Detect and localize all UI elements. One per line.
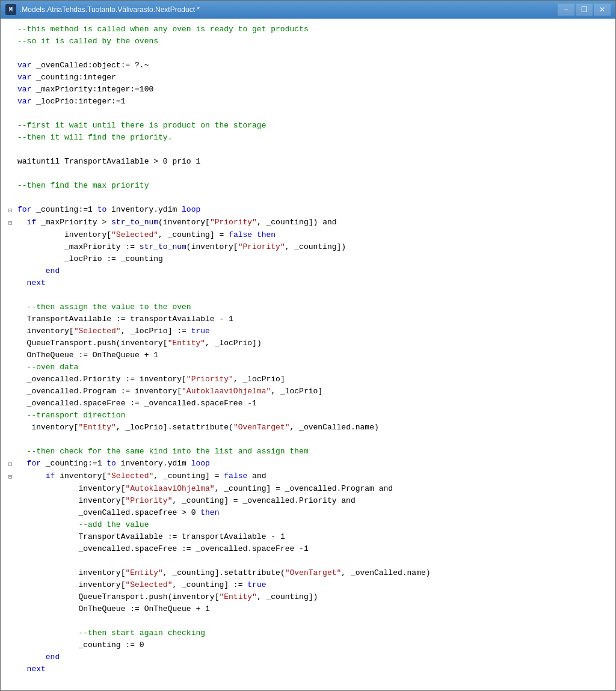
fold-gutter[interactable]: ⊟	[5, 470, 15, 483]
line-text: next	[15, 663, 615, 675]
line-text: --then start again checking	[15, 627, 615, 639]
fold-gutter[interactable]: ⊟	[5, 217, 15, 229]
line-text: var _counting:integer	[15, 72, 615, 84]
code-line: TransportAvailable := transportAvailable…	[5, 313, 615, 325]
fold-gutter	[5, 373, 15, 374]
plain-text: , _counting])	[285, 242, 346, 251]
plain-text: _maxPriority >	[36, 218, 111, 227]
line-text: var _locPrio:integer:=1	[15, 96, 615, 108]
line-text: --first it wait until there is product o…	[15, 120, 615, 132]
fold-gutter	[5, 120, 15, 120]
string-literal: "OvenTarget"	[285, 568, 342, 577]
fold-gutter	[5, 398, 15, 398]
code-line: _ovenCalled.spacefree > 0 then	[5, 507, 615, 519]
string-literal: "Priority"	[186, 375, 233, 384]
plain-text: inventory[	[17, 327, 74, 336]
keyword-token: var	[17, 61, 31, 70]
string-literal: "Entity"	[125, 568, 162, 577]
line-text: QueueTransport.push(inventory["Entity", …	[15, 591, 615, 603]
line-text: end	[15, 265, 615, 277]
code-line: end	[5, 265, 615, 277]
keyword-token: var	[17, 73, 31, 82]
code-editor[interactable]: --this method is called when any oven is…	[1, 19, 615, 690]
fold-gutter	[5, 531, 15, 532]
fold-gutter	[5, 35, 15, 36]
keyword-token: next	[17, 278, 46, 287]
comment-text: --oven data	[17, 363, 78, 372]
keyword-token: loop	[191, 459, 210, 468]
plain-text: , _counting] :=	[172, 580, 247, 589]
line-text: --add the value	[15, 519, 615, 531]
line-text: inventory["Entity", _locPrio].setattribu…	[15, 422, 615, 434]
plain-text: inventory[	[27, 580, 126, 589]
fold-gutter[interactable]: ⊟	[5, 458, 15, 470]
fold-gutter	[5, 301, 15, 302]
fold-gutter	[5, 84, 15, 84]
plain-text: and	[247, 471, 266, 481]
function-name: str_to_num	[111, 218, 158, 227]
fold-gutter	[5, 579, 15, 580]
keyword-token: next	[17, 665, 46, 674]
code-line: QueueTransport.push(inventory["Entity", …	[5, 591, 615, 603]
plain-text: , _locPrio] :=	[121, 327, 191, 336]
comment-text: --first it wait until there is product o…	[17, 121, 266, 130]
code-line: next	[5, 277, 615, 289]
code-line: waituntil TransportAvailable > 0 prio 1	[5, 156, 615, 168]
plain-text	[252, 230, 257, 239]
string-literal: "AutoklaaviOhjelma"	[182, 387, 271, 396]
line-text: --then check for the same kind into the …	[15, 446, 615, 458]
window-title: .Models.AtriaTehdas.Tuotanto.Välivarasto…	[20, 5, 558, 14]
keyword-token: end	[27, 653, 60, 662]
fold-gutter	[5, 507, 15, 508]
restore-button[interactable]: ❐	[576, 4, 593, 16]
plain-text: inventory.ydim	[116, 459, 191, 468]
line-text: for _counting:=1 to inventory.ydim loop	[15, 204, 615, 216]
fold-gutter	[5, 639, 15, 640]
comment-text: --then find the max priority	[17, 181, 149, 190]
line-text: _locPrio := _counting	[15, 253, 615, 265]
code-line: _ovencalled.spaceFree := _ovencalled.spa…	[5, 543, 615, 555]
line-text: inventory["Selected", _counting] := true	[15, 579, 615, 591]
code-line: ⊟ for _counting:=1 to inventory.ydim loo…	[5, 458, 615, 470]
plain-text: (inventory[	[186, 242, 238, 251]
line-text: OnTheQueue := OnTheQueue + 1	[15, 349, 615, 361]
plain-text: , _locPrio]	[233, 375, 285, 384]
line-text: _counting := 0	[15, 639, 615, 651]
fold-gutter	[5, 168, 15, 168]
string-literal: "Priority"	[210, 218, 257, 227]
line-text: _maxPriority := str_to_num(inventory["Pr…	[15, 241, 615, 253]
code-line: var _ovenCalled:object:= ?.~	[5, 60, 615, 72]
string-literal: "Selected"	[111, 230, 158, 239]
code-line	[5, 144, 615, 156]
keyword-token: then	[257, 230, 276, 239]
plain-text: inventory[	[27, 568, 126, 577]
keyword-token: for	[17, 459, 41, 468]
string-literal: "Priority"	[238, 242, 285, 251]
string-literal: "Selected"	[74, 327, 121, 336]
line-text: _ovencalled.spaceFree := _ovencalled.spa…	[15, 543, 615, 555]
comment-text: --then assign the value to the oven	[17, 303, 191, 312]
string-literal: "Entity"	[219, 592, 256, 601]
string-literal: "OvenTarget"	[233, 423, 290, 432]
fold-gutter	[5, 241, 15, 242]
code-line: _ovencalled.Priority := inventory["Prior…	[5, 373, 615, 385]
fold-gutter	[5, 108, 15, 108]
fold-gutter	[5, 663, 15, 664]
fold-gutter	[5, 422, 15, 422]
minimize-button[interactable]: −	[558, 4, 574, 16]
fold-gutter	[5, 180, 15, 180]
fold-gutter[interactable]: ⊟	[5, 204, 15, 217]
plain-text: _ovencalled.spaceFree := _ovencalled.spa…	[27, 544, 309, 553]
code-line: --then check for the same kind into the …	[5, 446, 615, 458]
line-text	[15, 555, 615, 567]
line-text: --then find the max priority	[15, 180, 615, 192]
app-icon: M	[5, 4, 16, 15]
code-line: inventory["Selected", _counting] = false…	[5, 229, 615, 241]
line-text: OnTheQueue := OnTheQueue + 1	[15, 603, 615, 615]
plain-text: _locPrio:integer:=1	[31, 97, 125, 106]
comment-text: --so it is called by the ovens	[17, 37, 158, 46]
close-button[interactable]: ✕	[594, 4, 611, 16]
keyword-token: to	[97, 205, 107, 214]
fold-gutter	[5, 48, 15, 48]
fold-gutter	[5, 651, 15, 652]
